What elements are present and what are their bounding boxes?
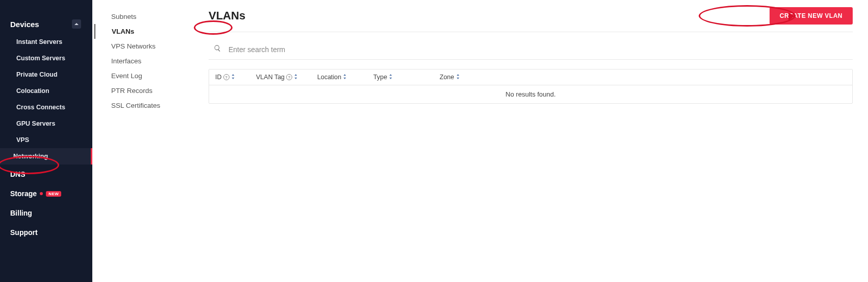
sidebar-item-billing[interactable]: Billing [0, 203, 92, 223]
vlans-table: ID ? VLAN Tag ? Location Type [209, 69, 853, 104]
sidebar-item-networking[interactable]: Networking [0, 148, 92, 165]
chevron-up-icon [72, 19, 81, 29]
search-input[interactable] [228, 45, 853, 54]
sidebar-item-vps[interactable]: VPS [0, 132, 92, 148]
search-row [209, 41, 853, 60]
sort-icon[interactable] [231, 74, 235, 81]
create-new-vlan-button[interactable]: CREATE NEW VLAN [770, 7, 853, 25]
column-vlan-tag[interactable]: VLAN Tag ? [256, 74, 317, 81]
column-location[interactable]: Location [317, 74, 373, 81]
sidebar-item-storage[interactable]: Storage NEW [0, 184, 92, 203]
subnav-item-vps-networks[interactable]: VPS Networks [92, 39, 202, 54]
column-zone[interactable]: Zone [440, 74, 501, 81]
sidebar-group-label: Devices [10, 20, 39, 29]
help-icon[interactable]: ? [286, 74, 292, 80]
sort-icon[interactable] [456, 74, 460, 81]
help-icon[interactable]: ? [223, 74, 229, 80]
secondary-nav: Subnets VLANs VPS Networks Interfaces Ev… [92, 0, 202, 282]
sidebar-item-cross-connects[interactable]: Cross Connects [0, 99, 92, 115]
sidebar-item-private-cloud[interactable]: Private Cloud [0, 66, 92, 83]
sidebar-item-colocation[interactable]: Colocation [0, 83, 92, 99]
sort-icon[interactable] [389, 74, 393, 81]
main-header: VLANs CREATE NEW VLAN [209, 7, 853, 32]
new-dot-icon [40, 192, 43, 195]
subnav-item-ptr-records[interactable]: PTR Records [92, 83, 202, 98]
new-badge: NEW [46, 191, 61, 197]
primary-sidebar: Devices Instant Servers Custom Servers P… [0, 0, 92, 282]
search-icon [214, 44, 221, 54]
annotation-arrow [788, 12, 795, 20]
column-type[interactable]: Type [373, 74, 440, 81]
subnav-item-interfaces[interactable]: Interfaces [92, 54, 202, 68]
sidebar-item-gpu-servers[interactable]: GPU Servers [0, 115, 92, 132]
column-id[interactable]: ID ? [215, 74, 256, 81]
sidebar-item-dns[interactable]: DNS [0, 165, 92, 184]
subnav-item-subnets[interactable]: Subnets [92, 9, 202, 24]
sidebar-item-custom-servers[interactable]: Custom Servers [0, 50, 92, 66]
subnav-item-vlans[interactable]: VLANs [94, 24, 202, 39]
subnav-item-ssl-certificates[interactable]: SSL Certificates [92, 98, 202, 113]
table-header: ID ? VLAN Tag ? Location Type [209, 69, 852, 85]
main-content: VLANs CREATE NEW VLAN ID ? VLAN T [202, 0, 868, 282]
sidebar-group-devices[interactable]: Devices [0, 14, 92, 34]
sort-icon[interactable] [294, 74, 298, 81]
sidebar-item-instant-servers[interactable]: Instant Servers [0, 34, 92, 50]
empty-state: No results found. [209, 85, 852, 103]
sort-icon[interactable] [343, 74, 347, 81]
page-title: VLANs [209, 9, 245, 22]
sidebar-item-support[interactable]: Support [0, 223, 92, 242]
subnav-item-event-log[interactable]: Event Log [92, 68, 202, 83]
